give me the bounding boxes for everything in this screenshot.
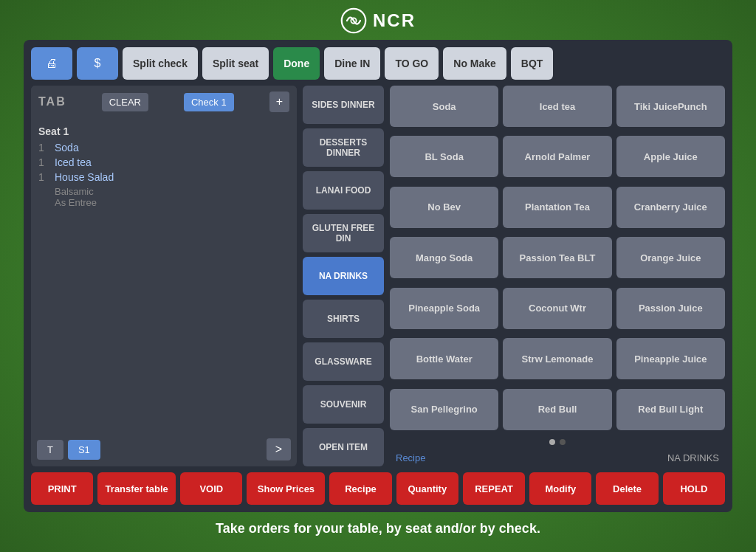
order-panel: TAB CLEAR Check 1 + Seat 1 1 Soda 1 Iced… xyxy=(31,86,297,466)
item-passion-juice[interactable]: Passion Juice xyxy=(616,288,725,329)
category-lanai-food[interactable]: LANAI FOOD xyxy=(303,171,384,210)
order-item-soda: 1 Soda xyxy=(38,142,289,153)
item-arnold-palmer[interactable]: Arnold Palmer xyxy=(503,136,611,177)
dot-1 xyxy=(549,439,555,445)
order-item-iced-tea: 1 Iced tea xyxy=(38,156,289,168)
qty: 1 xyxy=(38,142,49,153)
item-mango-soda[interactable]: Mango Soda xyxy=(390,237,498,278)
item-soda[interactable]: Soda xyxy=(390,86,498,127)
split-check-button[interactable]: Split check xyxy=(123,47,198,80)
action-bar: PRINT Transfer table VOID Show Prices Re… xyxy=(31,472,725,505)
item-bottle-water[interactable]: Bottle Water xyxy=(390,338,498,379)
split-seat-button[interactable]: Split seat xyxy=(202,47,269,80)
item-name: Iced tea xyxy=(55,156,92,168)
item-red-bull[interactable]: Red Bull xyxy=(503,389,611,430)
qty: 1 xyxy=(38,171,49,183)
item-plantation-tea[interactable]: Plantation Tea xyxy=(503,187,611,228)
to-go-button[interactable]: TO GO xyxy=(385,47,439,80)
ncr-brand-text: NCR xyxy=(373,10,416,31)
category-open-item[interactable]: OPEN ITEM xyxy=(303,428,384,466)
ncr-header: NCR xyxy=(0,0,756,40)
item-bl-soda[interactable]: BL Soda xyxy=(390,136,498,177)
transfer-table-button[interactable]: Transfer table xyxy=(97,472,176,505)
hold-button[interactable]: HOLD xyxy=(663,472,725,505)
delete-button[interactable]: Delete xyxy=(596,472,658,505)
table-button[interactable]: T xyxy=(37,440,63,460)
tab-label: TAB xyxy=(38,95,66,108)
item-cranberry-juice[interactable]: Cranberry Juice xyxy=(616,187,725,228)
order-footer: T S1 > xyxy=(31,432,297,466)
dot-2 xyxy=(560,439,566,445)
item-apple-juice[interactable]: Apple Juice xyxy=(616,136,725,177)
main-container: 🖨 $ Split check Split seat Done Dine IN … xyxy=(24,40,732,512)
items-panel: Soda Iced tea Tiki JuicePunch BL Soda Ar… xyxy=(390,86,725,466)
recipe-bar: Recipe NA DRINKS xyxy=(390,449,725,466)
no-make-button[interactable]: No Make xyxy=(443,47,506,80)
done-button[interactable]: Done xyxy=(273,47,320,80)
next-button[interactable]: > xyxy=(267,438,291,460)
item-san-pellegrino[interactable]: San Pellegrino xyxy=(390,389,498,430)
ncr-logo-icon xyxy=(340,7,367,34)
category-context-label: NA DRINKS xyxy=(667,452,719,463)
order-item-sub-as-entree: As Entree xyxy=(55,197,289,208)
order-item-house-salad: 1 House Salad xyxy=(38,171,289,183)
category-glassware[interactable]: GLASSWARE xyxy=(303,342,384,381)
add-check-button[interactable]: + xyxy=(269,92,289,112)
items-pagination xyxy=(390,435,725,449)
clear-button[interactable]: CLEAR xyxy=(102,93,148,111)
item-pineapple-juice[interactable]: Pineapple Juice xyxy=(616,338,725,379)
dollar-icon-button[interactable]: $ xyxy=(77,47,118,80)
void-button[interactable]: VOID xyxy=(180,472,242,505)
item-iced-tea[interactable]: Iced tea xyxy=(503,86,611,127)
show-prices-button[interactable]: Show Prices xyxy=(247,472,325,505)
category-shirts[interactable]: SHIRTS xyxy=(303,300,384,338)
content-area: TAB CLEAR Check 1 + Seat 1 1 Soda 1 Iced… xyxy=(31,86,725,466)
tagline: Take orders for your table, by seat and/… xyxy=(216,512,540,539)
items-grid: Soda Iced tea Tiki JuicePunch BL Soda Ar… xyxy=(390,86,725,435)
category-desserts-dinner[interactable]: DESSERTS DINNER xyxy=(303,128,384,167)
qty: 1 xyxy=(38,156,49,168)
quantity-button[interactable]: Quantity xyxy=(396,472,458,505)
check1-button[interactable]: Check 1 xyxy=(184,93,234,111)
seat1-button[interactable]: S1 xyxy=(68,440,100,460)
dine-in-button[interactable]: Dine IN xyxy=(324,47,380,80)
item-no-bev[interactable]: No Bev xyxy=(390,187,498,228)
bqt-button[interactable]: BQT xyxy=(511,47,554,80)
item-strw-lemonade[interactable]: Strw Lemonade xyxy=(503,338,611,379)
category-gluten-free[interactable]: GLUTEN FREE DIN xyxy=(303,214,384,252)
recipe-button[interactable]: Recipe xyxy=(329,472,391,505)
item-passion-tea-blt[interactable]: Passion Tea BLT xyxy=(503,237,611,278)
category-panel: SIDES DINNER DESSERTS DINNER LANAI FOOD … xyxy=(303,86,384,466)
category-na-drinks[interactable]: NA DRINKS xyxy=(303,257,384,295)
order-item-sub-balsamic: Balsamic xyxy=(55,186,289,197)
repeat-button[interactable]: REPEAT xyxy=(463,472,525,505)
order-items: Seat 1 1 Soda 1 Iced tea 1 House Salad B… xyxy=(31,118,297,432)
item-name: House Salad xyxy=(55,171,114,183)
seat-label: Seat 1 xyxy=(38,125,289,137)
item-red-bull-light[interactable]: Red Bull Light xyxy=(616,389,725,430)
order-header: TAB CLEAR Check 1 + xyxy=(31,86,297,118)
ncr-logo: NCR xyxy=(340,7,416,34)
print-icon-button[interactable]: 🖨 xyxy=(31,47,72,80)
item-name: Soda xyxy=(55,142,79,153)
recipe-label: Recipe xyxy=(396,452,425,463)
category-sides-dinner[interactable]: SIDES DINNER xyxy=(303,86,384,124)
item-tiki-juice-punch[interactable]: Tiki JuicePunch xyxy=(616,86,725,127)
category-souvenir[interactable]: SOUVENIR xyxy=(303,385,384,424)
item-orange-juice[interactable]: Orange Juice xyxy=(616,237,725,278)
modify-button[interactable]: Modify xyxy=(529,472,591,505)
item-pineapple-soda[interactable]: Pineapple Soda xyxy=(390,288,498,329)
item-coconut-wtr[interactable]: Coconut Wtr xyxy=(503,288,611,329)
top-toolbar: 🖨 $ Split check Split seat Done Dine IN … xyxy=(31,47,725,80)
print-button[interactable]: PRINT xyxy=(31,472,93,505)
